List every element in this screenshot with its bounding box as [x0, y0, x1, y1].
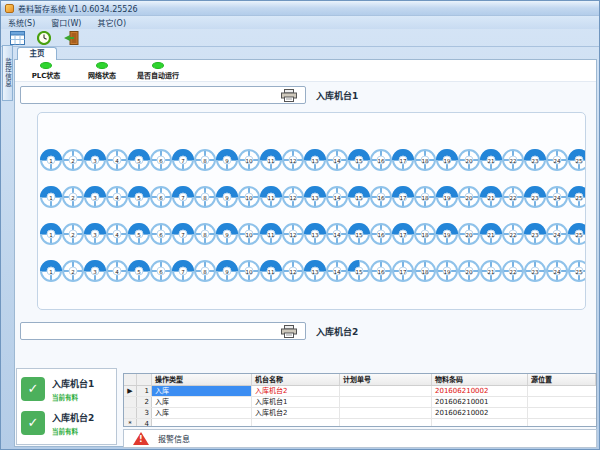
column-header-3[interactable]: 物料条码 — [432, 374, 528, 385]
slot-r2-c15[interactable]: 15 — [348, 186, 370, 208]
slot-r2-c14[interactable]: 14 — [326, 186, 348, 208]
tab-home[interactable]: 主页 — [17, 47, 57, 60]
slot-r4-c11[interactable]: 11 — [260, 260, 282, 282]
table-cell[interactable]: 入库 — [152, 386, 252, 396]
table-cell[interactable] — [528, 419, 596, 427]
slot-r2-c13[interactable]: 13 — [304, 186, 326, 208]
slot-r3-c1[interactable]: 1 — [40, 223, 62, 245]
column-header-4[interactable]: 源位置 — [528, 374, 596, 385]
slot-r2-c23[interactable]: 23 — [524, 186, 546, 208]
slot-r4-c18[interactable]: 18 — [414, 260, 436, 282]
slot-r3-c12[interactable]: 12 — [282, 223, 304, 245]
slot-r1-c10[interactable]: 10 — [238, 149, 260, 171]
table-cell[interactable]: 201606210001 — [432, 397, 528, 407]
slot-r4-c14[interactable]: 14 — [326, 260, 348, 282]
table-cell[interactable]: 201606210002 — [432, 386, 528, 396]
slot-r3-c8[interactable]: 8 — [194, 223, 216, 245]
slot-r2-c8[interactable]: 8 — [194, 186, 216, 208]
slot-r1-c13[interactable]: 13 — [304, 149, 326, 171]
slot-r3-c13[interactable]: 13 — [304, 223, 326, 245]
slot-r2-c6[interactable]: 6 — [150, 186, 172, 208]
column-header-2[interactable]: 计划单号 — [340, 374, 432, 385]
slot-r1-c18[interactable]: 18 — [414, 149, 436, 171]
slot-r2-c7[interactable]: 7 — [172, 186, 194, 208]
table-cell[interactable] — [152, 419, 252, 427]
slot-r3-c15[interactable]: 15 — [348, 223, 370, 245]
slot-r2-c12[interactable]: 12 — [282, 186, 304, 208]
slot-r1-c3[interactable]: 3 — [84, 149, 106, 171]
slot-r4-c1[interactable]: 1 — [40, 260, 62, 282]
slot-r4-c6[interactable]: 6 — [150, 260, 172, 282]
slot-r1-c7[interactable]: 7 — [172, 149, 194, 171]
slot-r1-c1[interactable]: 1 — [40, 149, 62, 171]
slot-r2-c10[interactable]: 10 — [238, 186, 260, 208]
slot-r4-c22[interactable]: 22 — [502, 260, 524, 282]
slot-r1-c4[interactable]: 4 — [106, 149, 128, 171]
table-row[interactable]: ▶1入库入库机台2201606210002 — [124, 386, 596, 397]
slot-r1-c2[interactable]: 2 — [62, 149, 84, 171]
table-row[interactable]: *4 — [124, 419, 596, 427]
slot-r3-c7[interactable]: 7 — [172, 223, 194, 245]
machine2-print-button[interactable] — [20, 322, 306, 340]
slot-r4-c19[interactable]: 19 — [436, 260, 458, 282]
slot-r3-c17[interactable]: 17 — [392, 223, 414, 245]
slot-r2-c2[interactable]: 2 — [62, 186, 84, 208]
slot-r2-c22[interactable]: 22 — [502, 186, 524, 208]
table-cell[interactable] — [528, 386, 596, 396]
slot-r1-c25[interactable]: 25 — [568, 149, 586, 171]
slot-r3-c24[interactable]: 24 — [546, 223, 568, 245]
slot-r4-c17[interactable]: 17 — [392, 260, 414, 282]
table-cell[interactable] — [528, 408, 596, 418]
slot-r3-c25[interactable]: 25 — [568, 223, 586, 245]
slot-r1-c8[interactable]: 8 — [194, 149, 216, 171]
slot-r4-c15[interactable]: 15 — [348, 260, 370, 282]
table-cell[interactable] — [432, 419, 528, 427]
slot-r1-c16[interactable]: 16 — [370, 149, 392, 171]
slot-r4-c3[interactable]: 3 — [84, 260, 106, 282]
slot-r3-c2[interactable]: 2 — [62, 223, 84, 245]
slot-r4-c7[interactable]: 7 — [172, 260, 194, 282]
slot-r3-c23[interactable]: 23 — [524, 223, 546, 245]
slot-r1-c14[interactable]: 14 — [326, 149, 348, 171]
slot-r3-c4[interactable]: 4 — [106, 223, 128, 245]
slot-r1-c17[interactable]: 17 — [392, 149, 414, 171]
slot-r3-c18[interactable]: 18 — [414, 223, 436, 245]
table-cell[interactable] — [340, 408, 432, 418]
slot-r3-c5[interactable]: 5 — [128, 223, 150, 245]
slot-r3-c19[interactable]: 19 — [436, 223, 458, 245]
slot-r3-c9[interactable]: 9 — [216, 223, 238, 245]
slot-r3-c6[interactable]: 6 — [150, 223, 172, 245]
slot-r3-c16[interactable]: 16 — [370, 223, 392, 245]
table-cell[interactable] — [340, 397, 432, 407]
slot-r1-c20[interactable]: 20 — [458, 149, 480, 171]
slot-r1-c21[interactable]: 21 — [480, 149, 502, 171]
table-cell[interactable]: 201606210002 — [432, 408, 528, 418]
slot-r2-c1[interactable]: 1 — [40, 186, 62, 208]
slot-r1-c6[interactable]: 6 — [150, 149, 172, 171]
slot-r2-c19[interactable]: 19 — [436, 186, 458, 208]
clock-button[interactable] — [35, 30, 53, 46]
table-row[interactable]: 2入库入库机台1201606210001 — [124, 397, 596, 408]
slot-r1-c12[interactable]: 12 — [282, 149, 304, 171]
slot-r3-c3[interactable]: 3 — [84, 223, 106, 245]
side-panel-tab[interactable]: 监控信息 — [2, 45, 13, 101]
slot-r2-c24[interactable]: 24 — [546, 186, 568, 208]
slot-r1-c23[interactable]: 23 — [524, 149, 546, 171]
slot-r4-c12[interactable]: 12 — [282, 260, 304, 282]
slot-r2-c5[interactable]: 5 — [128, 186, 150, 208]
slot-r1-c15[interactable]: 15 — [348, 149, 370, 171]
slot-r2-c9[interactable]: 9 — [216, 186, 238, 208]
slot-r2-c3[interactable]: 3 — [84, 186, 106, 208]
table-cell[interactable] — [340, 386, 432, 396]
table-cell[interactable]: 入库机台2 — [252, 386, 340, 396]
slot-r4-c21[interactable]: 21 — [480, 260, 502, 282]
table-cell[interactable]: 入库机台1 — [252, 397, 340, 407]
menu-item-other[interactable]: 其它(O) — [97, 17, 126, 28]
slot-r4-c2[interactable]: 2 — [62, 260, 84, 282]
menu-item-window[interactable]: 窗口(W) — [51, 17, 81, 28]
slot-r2-c4[interactable]: 4 — [106, 186, 128, 208]
slot-r3-c11[interactable]: 11 — [260, 223, 282, 245]
slot-r2-c20[interactable]: 20 — [458, 186, 480, 208]
slot-r3-c21[interactable]: 21 — [480, 223, 502, 245]
table-row[interactable]: 3入库入库机台2201606210002 — [124, 408, 596, 419]
